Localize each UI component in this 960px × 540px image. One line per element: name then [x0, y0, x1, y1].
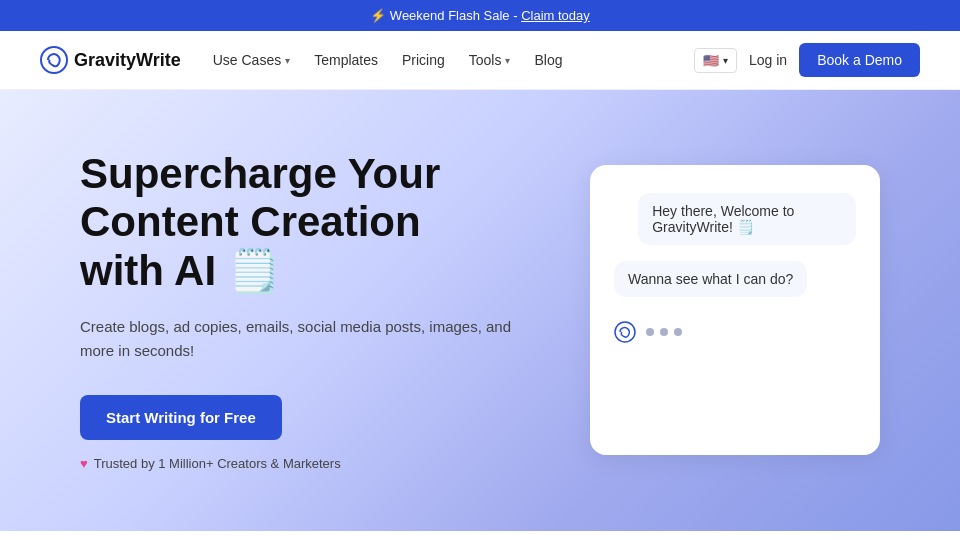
logo[interactable]: GravityWrite: [40, 46, 181, 74]
start-writing-button[interactable]: Start Writing for Free: [80, 395, 282, 440]
typing-dot-2: [660, 328, 668, 336]
login-button[interactable]: Log in: [749, 52, 787, 68]
typing-logo-icon: [614, 321, 636, 343]
nav-blog[interactable]: Blog: [534, 52, 562, 68]
banner-icon: ⚡: [370, 8, 386, 23]
chat-card: Hey there, Welcome to GravityWrite! 🗒️ W…: [590, 165, 880, 455]
chevron-down-icon: ▾: [285, 55, 290, 66]
logo-text: GravityWrite: [74, 50, 181, 71]
chevron-down-icon: ▾: [505, 55, 510, 66]
typing-indicator: [614, 313, 856, 351]
banner-text: Weekend Flash Sale -: [390, 8, 518, 23]
nav-templates[interactable]: Templates: [314, 52, 378, 68]
typing-dot-1: [646, 328, 654, 336]
logo-icon: [40, 46, 68, 74]
hero-right: Hey there, Welcome to GravityWrite! 🗒️ W…: [590, 165, 880, 455]
hero-title: Supercharge Your Content Creation with A…: [80, 150, 520, 295]
svg-point-1: [615, 322, 635, 342]
nav-links: Use Cases ▾ Templates Pricing Tools ▾ Bl…: [213, 52, 662, 68]
top-banner: ⚡ Weekend Flash Sale - Claim today: [0, 0, 960, 31]
demo-button[interactable]: Book a Demo: [799, 43, 920, 77]
nav-right: 🇺🇸 ▾ Log in Book a Demo: [694, 43, 920, 77]
chat-bubble-2: Wanna see what I can do?: [614, 261, 807, 297]
navbar: GravityWrite Use Cases ▾ Templates Prici…: [0, 31, 960, 90]
heart-icon: ♥: [80, 456, 88, 471]
nav-tools[interactable]: Tools ▾: [469, 52, 511, 68]
hero-left: Supercharge Your Content Creation with A…: [80, 150, 520, 471]
trusted-text: ♥ Trusted by 1 Million+ Creators & Marke…: [80, 456, 520, 471]
language-selector[interactable]: 🇺🇸 ▾: [694, 48, 737, 73]
hero-section: Supercharge Your Content Creation with A…: [0, 90, 960, 531]
nav-use-cases[interactable]: Use Cases ▾: [213, 52, 290, 68]
svg-point-0: [41, 47, 67, 73]
problem-section: PROBLEM Are you Spending: [0, 531, 960, 540]
hero-subtitle: Create blogs, ad copies, emails, social …: [80, 315, 520, 363]
nav-pricing[interactable]: Pricing: [402, 52, 445, 68]
chevron-down-icon: ▾: [723, 55, 728, 66]
flag-icon: 🇺🇸: [703, 53, 719, 68]
chat-bubble-1: Hey there, Welcome to GravityWrite! 🗒️: [638, 193, 856, 245]
typing-dot-3: [674, 328, 682, 336]
banner-link[interactable]: Claim today: [521, 8, 590, 23]
